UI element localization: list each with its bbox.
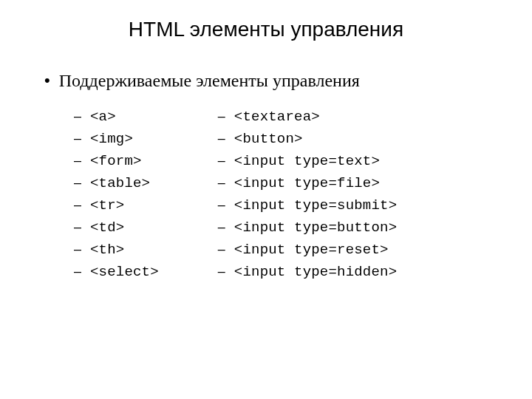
list-item: – <input type=reset> xyxy=(218,242,397,258)
left-column: – <a> – <img> – <form> – <table> – <tr> … xyxy=(74,109,159,280)
bullet-text: Поддерживаемые элементы управления xyxy=(59,71,360,91)
bullet-item: • Поддерживаемые элементы управления xyxy=(30,71,502,91)
code-text: <input type=submit> xyxy=(234,197,397,214)
dash-icon: – xyxy=(74,264,90,279)
dash-icon: – xyxy=(218,153,234,168)
list-item: – <a> xyxy=(74,109,159,125)
list-item: – <input type=hidden> xyxy=(218,264,397,280)
code-text: <th> xyxy=(90,242,124,258)
list-item: – <button> xyxy=(218,131,397,147)
dash-icon: – xyxy=(218,109,234,124)
list-item: – <form> xyxy=(74,153,159,169)
code-text: <tr> xyxy=(90,197,124,214)
dash-icon: – xyxy=(218,242,234,257)
list-item: – <input type=file> xyxy=(218,175,397,191)
dash-icon: – xyxy=(218,175,234,191)
dash-icon: – xyxy=(74,219,90,235)
slide-title: HTML элементы управления xyxy=(30,18,502,41)
dash-icon: – xyxy=(74,242,90,257)
right-column: – <textarea> – <button> – <input type=te… xyxy=(218,109,397,280)
code-text: <img> xyxy=(90,131,133,147)
dash-icon: – xyxy=(74,109,90,124)
dash-icon: – xyxy=(74,153,90,168)
bullet-marker: • xyxy=(44,71,50,90)
code-text: <select> xyxy=(90,264,159,280)
code-text: <input type=reset> xyxy=(234,242,389,258)
dash-icon: – xyxy=(74,175,90,191)
code-text: <input type=button> xyxy=(234,219,397,236)
dash-icon: – xyxy=(218,131,234,146)
dash-icon: – xyxy=(218,197,234,213)
dash-icon: – xyxy=(218,264,234,279)
code-text: <input type=hidden> xyxy=(234,264,397,280)
code-text: <table> xyxy=(90,175,150,191)
list-item: – <input type=button> xyxy=(218,219,397,236)
list-item: – <td> xyxy=(74,219,159,236)
columns-container: – <a> – <img> – <form> – <table> – <tr> … xyxy=(30,109,502,280)
dash-icon: – xyxy=(74,131,90,146)
list-item: – <input type=text> xyxy=(218,153,397,169)
code-text: <button> xyxy=(234,131,303,147)
dash-icon: – xyxy=(74,197,90,213)
list-item: – <table> xyxy=(74,175,159,191)
dash-icon: – xyxy=(218,219,234,235)
list-item: – <img> xyxy=(74,131,159,147)
code-text: <textarea> xyxy=(234,109,320,125)
code-text: <form> xyxy=(90,153,142,169)
list-item: – <tr> xyxy=(74,197,159,214)
list-item: – <textarea> xyxy=(218,109,397,125)
list-item: – <th> xyxy=(74,242,159,258)
code-text: <input type=file> xyxy=(234,175,380,191)
code-text: <input type=text> xyxy=(234,153,380,169)
list-item: – <input type=submit> xyxy=(218,197,397,214)
code-text: <td> xyxy=(90,219,124,236)
code-text: <a> xyxy=(90,109,116,125)
list-item: – <select> xyxy=(74,264,159,280)
